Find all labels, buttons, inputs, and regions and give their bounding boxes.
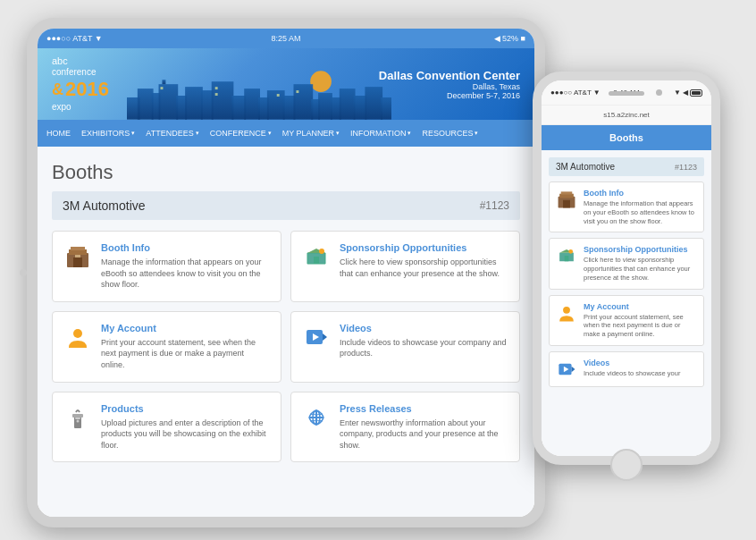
nav-information[interactable]: INFORMATION▾ bbox=[345, 120, 416, 147]
phone-sponsorship-desc: Click here to view sponsorship opportuni… bbox=[584, 256, 697, 282]
nav-exhibitors[interactable]: EXHIBITORS▾ bbox=[76, 120, 140, 147]
phone-videos-desc: Include videos to showcase your bbox=[584, 369, 680, 378]
phone-screen: ●●●○○ AT&T ▼ 8:46 AM ▼◀ s15.a2zinc.net B… bbox=[542, 80, 711, 456]
phone-card-account[interactable]: My Account Print your account statement,… bbox=[549, 295, 704, 346]
card-products[interactable]: Products Upload pictures and enter a des… bbox=[52, 392, 281, 463]
card-booth-info[interactable]: Booth Info Manage the information that a… bbox=[52, 231, 281, 302]
videos-body: Videos Include videos to showcase your c… bbox=[340, 323, 508, 359]
svg-rect-20 bbox=[354, 96, 367, 120]
press-desc: Enter newsworthy information about your … bbox=[340, 418, 508, 451]
phone-card-sponsorship[interactable]: Sponsorship Opportunities Click here to … bbox=[549, 238, 704, 289]
press-title[interactable]: Press Releases bbox=[340, 403, 508, 414]
logo-abc: abc bbox=[52, 55, 109, 67]
svg-marker-38 bbox=[323, 333, 327, 341]
phone-account-body: My Account Print your account statement,… bbox=[584, 302, 697, 339]
svg-rect-10 bbox=[231, 96, 246, 120]
booth-info-title[interactable]: Booth Info bbox=[101, 242, 270, 253]
tablet-home-button[interactable] bbox=[20, 269, 27, 276]
card-press[interactable]: Press Releases Enter newsworthy informat… bbox=[290, 392, 520, 463]
venue-date: December 5-7, 2016 bbox=[379, 91, 520, 100]
phone-account-title[interactable]: My Account bbox=[584, 302, 697, 311]
svg-rect-9 bbox=[212, 81, 234, 119]
booth-info-icon bbox=[63, 242, 92, 271]
svg-rect-11 bbox=[244, 89, 260, 120]
videos-title[interactable]: Videos bbox=[340, 323, 508, 333]
header-venue: Dallas Convention Center Dallas, Texas D… bbox=[379, 69, 520, 100]
svg-rect-34 bbox=[314, 257, 319, 264]
phone-content: 3M Automotive #1123 bbox=[542, 150, 711, 456]
phone-card-videos[interactable]: Videos Include videos to showcase your bbox=[549, 351, 704, 387]
svg-rect-26 bbox=[277, 94, 280, 97]
svg-rect-48 bbox=[561, 191, 573, 194]
card-sponsorship[interactable]: Sponsorship Opportunities Click here to … bbox=[290, 231, 520, 302]
svg-rect-49 bbox=[565, 256, 569, 261]
nav-home[interactable]: HOME bbox=[41, 120, 76, 147]
products-icon bbox=[63, 403, 92, 432]
venue-city: Dallas, Texas bbox=[379, 82, 520, 91]
phone-booth-info-title[interactable]: Booth Info bbox=[584, 189, 697, 198]
videos-desc: Include videos to showcase your company … bbox=[340, 337, 508, 359]
phone-booth-info-body: Booth Info Manage the information that a… bbox=[584, 189, 697, 225]
phone-nav-title: Booths bbox=[609, 132, 643, 143]
phone-camera bbox=[656, 89, 662, 96]
svg-rect-23 bbox=[160, 87, 163, 89]
tablet-signal: ●●●○○ AT&T ▼ bbox=[46, 34, 206, 43]
tablet-content: Booths 3M Automotive #1123 bbox=[38, 147, 534, 517]
account-icon bbox=[63, 323, 92, 351]
booth-number: #1123 bbox=[480, 199, 509, 212]
press-body: Press Releases Enter newsworthy informat… bbox=[340, 403, 508, 451]
svg-rect-29 bbox=[73, 257, 82, 267]
press-icon bbox=[302, 403, 331, 432]
card-account[interactable]: My Account Print your account statement,… bbox=[52, 311, 281, 383]
phone-home-button[interactable] bbox=[610, 449, 643, 481]
phone-videos-body: Videos Include videos to showcase your bbox=[584, 359, 680, 378]
phone-videos-title[interactable]: Videos bbox=[584, 359, 680, 367]
sponsorship-title[interactable]: Sponsorship Opportunities bbox=[340, 242, 508, 253]
products-title[interactable]: Products bbox=[101, 403, 270, 414]
logo-amp-year: & 2016 bbox=[52, 78, 109, 101]
svg-point-0 bbox=[310, 71, 332, 92]
tablet-battery: ◀ 52% ■ bbox=[365, 34, 525, 43]
svg-rect-14 bbox=[283, 96, 296, 120]
phone-speaker bbox=[609, 91, 644, 96]
svg-rect-32 bbox=[75, 255, 78, 257]
phone-account-desc: Print your account statement, see when t… bbox=[584, 313, 697, 339]
nav-myplanner[interactable]: MY PLANNER▾ bbox=[277, 120, 345, 147]
card-videos[interactable]: Videos Include videos to showcase your c… bbox=[290, 311, 520, 383]
page-title: Booths bbox=[52, 161, 113, 184]
phone-booth-info-icon bbox=[556, 189, 577, 210]
nav-attendees[interactable]: ATTENDEES▾ bbox=[140, 120, 204, 147]
tablet-device: ●●●○○ AT&T ▼ 8:25 AM ◀ 52% ■ abc confere… bbox=[27, 18, 545, 527]
nav-conference[interactable]: CONFERENCE▾ bbox=[205, 120, 277, 147]
phone-company-row: 3M Automotive #1123 bbox=[549, 157, 704, 176]
phone-card-booth-info[interactable]: Booth Info Manage the information that a… bbox=[549, 181, 704, 232]
scene: ●●●○○ AT&T ▼ 8:25 AM ◀ 52% ■ abc confere… bbox=[0, 0, 756, 540]
nav-resources[interactable]: RESOURCES▾ bbox=[416, 120, 483, 147]
venue-name: Dallas Convention Center bbox=[379, 69, 520, 82]
tablet-nav: HOME EXHIBITORS▾ ATTENDEES▾ CONFERENCE▾ … bbox=[38, 120, 534, 147]
phone-sponsorship-title[interactable]: Sponsorship Opportunities bbox=[584, 245, 697, 254]
phone-booth-number: #1123 bbox=[675, 163, 697, 172]
tablet-cards-grid: Booth Info Manage the information that a… bbox=[52, 231, 520, 462]
phone-urlbar: s15.a2zinc.net bbox=[542, 105, 711, 125]
svg-rect-8 bbox=[201, 90, 214, 120]
phone-cards: Booth Info Manage the information that a… bbox=[549, 181, 704, 387]
svg-rect-22 bbox=[381, 97, 391, 120]
svg-rect-46 bbox=[563, 200, 570, 208]
logo-expo: expo bbox=[52, 102, 109, 113]
svg-rect-15 bbox=[293, 84, 313, 119]
company-name: 3M Automotive bbox=[63, 198, 146, 213]
company-row: 3M Automotive #1123 bbox=[52, 191, 520, 220]
phone-sponsorship-icon bbox=[556, 245, 577, 266]
phone-url: s15.a2zinc.net bbox=[603, 111, 650, 119]
logo-conference: conference bbox=[52, 67, 109, 78]
booth-info-body: Booth Info Manage the information that a… bbox=[101, 242, 270, 291]
svg-rect-24 bbox=[215, 87, 218, 89]
account-title[interactable]: My Account bbox=[101, 323, 270, 333]
account-body: My Account Print your account statement,… bbox=[101, 323, 270, 371]
svg-rect-25 bbox=[215, 93, 218, 96]
svg-rect-13 bbox=[267, 90, 285, 120]
account-desc: Print your account statement, see when t… bbox=[101, 337, 270, 371]
svg-rect-5 bbox=[162, 80, 165, 84]
svg-point-36 bbox=[73, 329, 82, 338]
